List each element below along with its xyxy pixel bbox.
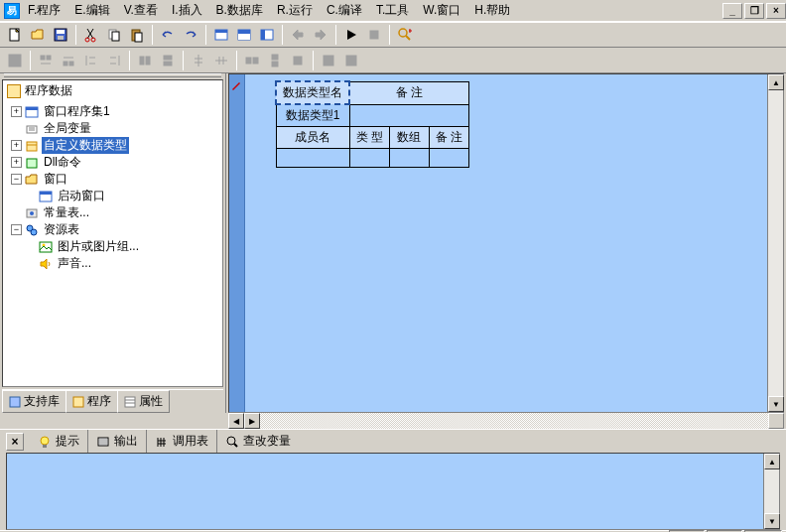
tree-node-dll[interactable]: +Dll命令 — [5, 154, 220, 171]
align1 — [4, 50, 26, 71]
expand-icon[interactable]: + — [11, 157, 22, 168]
panel1-button[interactable] — [210, 24, 232, 46]
menu-insert[interactable]: I.插入 — [166, 0, 208, 21]
type-definition-grid[interactable]: 数据类型名 备 注 数据类型1 成员名 类 型 数组 备 注 — [275, 80, 469, 168]
tab-output[interactable]: 输出 — [88, 430, 147, 453]
disabled1-button — [287, 24, 309, 46]
grid-cell-typename[interactable]: 数据类型1 — [276, 104, 349, 127]
module-icon — [25, 105, 39, 119]
panel3-button[interactable] — [256, 24, 278, 46]
save-button[interactable] — [50, 24, 71, 46]
tree-node-globalvar[interactable]: 全局变量 — [5, 120, 220, 137]
cut-button[interactable] — [80, 24, 102, 46]
tree-title: 程序数据 — [3, 80, 222, 101]
expand-icon[interactable]: + — [11, 140, 22, 151]
scroll-right-icon[interactable]: ▶ — [244, 413, 260, 429]
restore-button[interactable]: ❐ — [744, 3, 764, 19]
close-button[interactable]: × — [766, 3, 786, 19]
redo-button[interactable] — [180, 24, 201, 46]
menu-edit[interactable]: E.编辑 — [68, 0, 115, 21]
find-button[interactable] — [394, 24, 416, 46]
scroll-up-icon[interactable]: ▲ — [764, 454, 780, 469]
grid-cell[interactable] — [349, 149, 389, 168]
resource-icon — [25, 223, 39, 237]
close-panel-button[interactable]: × — [6, 433, 24, 451]
grid-cell[interactable] — [276, 149, 349, 168]
svg-rect-23 — [69, 62, 73, 66]
scroll-up-icon[interactable]: ▲ — [768, 74, 784, 90]
menu-help[interactable]: H.帮助 — [468, 0, 516, 21]
calltable-icon — [155, 435, 169, 449]
svg-rect-43 — [40, 192, 52, 195]
output-text[interactable] — [7, 454, 763, 529]
scroll-track[interactable] — [260, 413, 768, 429]
align4 — [80, 50, 102, 71]
panel2-button[interactable] — [233, 24, 255, 46]
copy-button[interactable] — [103, 24, 125, 46]
grid-header-type[interactable]: 类 型 — [349, 127, 389, 149]
grid-cell[interactable] — [429, 149, 468, 168]
tab-properties[interactable]: 属性 — [117, 390, 170, 413]
menu-file[interactable]: F.程序 — [22, 0, 66, 21]
collapse-icon[interactable]: − — [11, 224, 22, 235]
tree-node-sound[interactable]: 声音... — [5, 255, 220, 272]
tab-calltable[interactable]: 调用表 — [147, 430, 217, 453]
grid-cell-remark[interactable] — [349, 104, 469, 127]
scroll-down-icon[interactable]: ▼ — [764, 513, 780, 529]
tree-node-programset[interactable]: +窗口程序集1 — [5, 103, 220, 120]
align2 — [35, 50, 57, 71]
menu-database[interactable]: B.数据库 — [210, 0, 269, 21]
tree-node-startwindow[interactable]: 启动窗口 — [5, 188, 220, 204]
tab-program[interactable]: 程序 — [66, 390, 118, 413]
scroll-track[interactable] — [764, 469, 779, 513]
minimize-button[interactable]: _ — [722, 3, 742, 19]
image-icon — [39, 240, 53, 254]
expand-icon[interactable]: + — [11, 106, 22, 117]
scroll-track[interactable] — [768, 90, 783, 396]
svg-rect-9 — [135, 33, 142, 42]
app-logo-icon: 易 — [4, 3, 20, 19]
align9 — [210, 50, 232, 71]
grid-header-remark2[interactable]: 备 注 — [429, 127, 468, 149]
svg-rect-20 — [41, 56, 45, 60]
svg-rect-41 — [27, 159, 37, 168]
sidebar: 程序数据 +窗口程序集1 全局变量 +自定义数据类型 +Dll命令 −窗口 启动… — [0, 73, 226, 413]
editor-vscrollbar[interactable]: ▲ ▼ — [767, 74, 783, 412]
output-vscrollbar[interactable]: ▲ ▼ — [763, 454, 779, 529]
grid-header-member[interactable]: 成员名 — [276, 127, 349, 149]
scroll-down-icon[interactable]: ▼ — [768, 396, 784, 412]
paste-button[interactable] — [126, 24, 148, 46]
open-button[interactable] — [27, 24, 49, 46]
tree-node-image[interactable]: 图片或图片组... — [5, 238, 220, 255]
sound-icon — [39, 257, 53, 271]
menu-compile[interactable]: C.编译 — [321, 0, 368, 21]
tree-node-resource[interactable]: −资源表 — [5, 221, 220, 238]
tree-node-const[interactable]: 常量表... — [5, 204, 220, 221]
undo-button[interactable] — [157, 24, 179, 46]
run-button[interactable] — [340, 24, 362, 46]
svg-point-33 — [297, 60, 299, 62]
menu-tools[interactable]: T.工具 — [370, 0, 415, 21]
svg-rect-11 — [215, 30, 227, 33]
menu-run[interactable]: R.运行 — [271, 0, 319, 21]
sidebar-grip[interactable] — [4, 73, 221, 77]
align11 — [264, 50, 286, 71]
tab-hint[interactable]: 提示 — [30, 430, 88, 453]
align3 — [58, 50, 79, 71]
align14 — [340, 50, 362, 71]
tab-varwatch[interactable]: 查改变量 — [217, 430, 299, 453]
menu-view[interactable]: V.查看 — [118, 0, 164, 21]
grid-cell[interactable] — [389, 149, 429, 168]
tree-node-customtype[interactable]: +自定义数据类型 — [5, 137, 220, 154]
scroll-left-icon[interactable]: ◀ — [228, 413, 244, 429]
tab-support-lib[interactable]: 支持库 — [2, 390, 66, 413]
new-button[interactable] — [4, 24, 26, 46]
grid-header-typename[interactable]: 数据类型名 — [276, 81, 349, 104]
menu-window[interactable]: W.窗口 — [417, 0, 466, 21]
collapse-icon[interactable]: − — [11, 174, 22, 185]
book-icon — [9, 396, 21, 408]
grid-header-array[interactable]: 数组 — [389, 127, 429, 149]
editor-hscrollbar[interactable]: ◀ ▶ — [228, 413, 784, 429]
grid-header-remark[interactable]: 备 注 — [349, 81, 469, 104]
tree-node-window[interactable]: −窗口 — [5, 171, 220, 188]
